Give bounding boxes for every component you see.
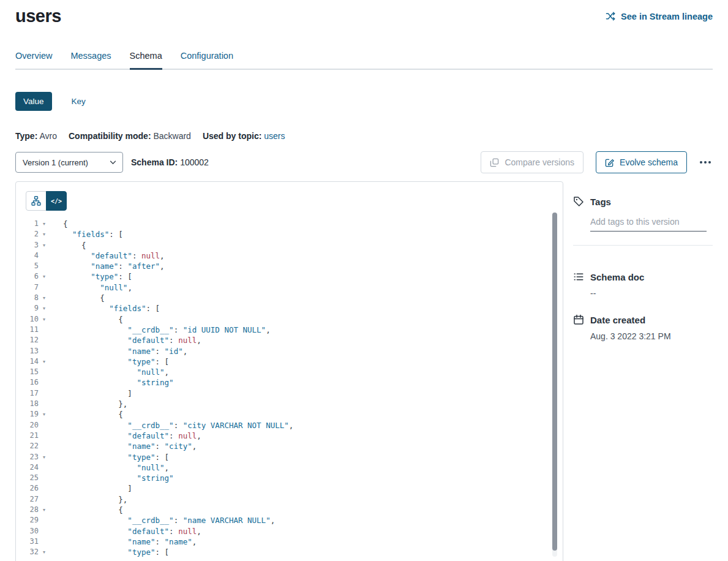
fold-toggle-icon[interactable]: ▾ — [39, 219, 50, 229]
fold-toggle-icon[interactable]: ▾ — [39, 547, 50, 557]
dot-icon — [700, 161, 702, 164]
evolve-schema-label: Evolve schema — [620, 157, 678, 167]
page-header: users See in Stream lineage — [15, 0, 713, 26]
line-number: 25 — [16, 473, 39, 483]
fold-toggle-icon[interactable]: ▾ — [39, 303, 50, 314]
fold-toggle-icon[interactable]: ▾ — [39, 271, 50, 282]
schema-doc-header: Schema doc — [573, 271, 713, 282]
code-line: 2▾ "fields": [ — [16, 229, 563, 239]
code-line: 14▾ "type": [ — [16, 356, 563, 367]
stream-lineage-label: See in Stream lineage — [621, 12, 713, 21]
fold-toggle-icon[interactable]: ▾ — [39, 356, 50, 367]
schema-doc-title: Schema doc — [590, 272, 644, 282]
schema-main: </> 1▾{2▾ "fields": [3▾ {4 "default": nu… — [15, 181, 713, 561]
code-line: 7 "null", — [16, 282, 563, 293]
code-text: }, — [50, 494, 127, 505]
line-number: 13 — [16, 346, 39, 356]
code-line: 13 "name": "id", — [16, 346, 563, 356]
line-number: 21 — [16, 431, 39, 441]
code-line: 9▾ "fields": [ — [16, 303, 563, 314]
value-toggle-button[interactable]: Value — [15, 92, 52, 111]
code-line: 23▾ "type": [ — [16, 452, 563, 462]
line-number: 19 — [16, 409, 39, 420]
code-line: 24 "null", — [16, 462, 563, 473]
code-text: "type": [ — [50, 547, 169, 557]
code-text: { — [50, 293, 105, 303]
tags-input[interactable] — [590, 216, 707, 232]
code-line: 11 "__crdb__": "id UUID NOT NULL", — [16, 325, 563, 335]
schema-meta: Type: Avro Compatibility mode: Backward … — [15, 131, 713, 141]
code-text: { — [50, 219, 68, 229]
editor-scrollbar[interactable] — [552, 213, 557, 557]
chevron-down-icon — [110, 160, 116, 165]
code-line: 31 "name": "name", — [16, 537, 563, 547]
compare-versions-label: Compare versions — [505, 157, 574, 167]
type-value: Avro — [39, 131, 57, 141]
code-line: 21 "default": null, — [16, 431, 563, 441]
line-number: 20 — [16, 420, 39, 431]
code-line: 20 "__crdb__": "city VARCHAR NOT NULL", — [16, 420, 563, 431]
version-select[interactable]: Version 1 (current) — [15, 152, 123, 173]
fold-toggle-icon[interactable]: ▾ — [39, 452, 50, 462]
line-number: 5 — [16, 261, 39, 271]
evolve-schema-button[interactable]: Evolve schema — [596, 151, 687, 173]
stream-lineage-link[interactable]: See in Stream lineage — [606, 11, 713, 21]
line-number: 10 — [16, 314, 39, 325]
code-text: "type": [ — [50, 356, 169, 367]
more-options-button[interactable] — [698, 156, 713, 168]
line-number: 9 — [16, 303, 39, 314]
schema-editor-panel: </> 1▾{2▾ "fields": [3▾ {4 "default": nu… — [15, 181, 563, 561]
code-text: "name": "city", — [50, 441, 197, 451]
line-number: 8 — [16, 293, 39, 303]
key-toggle-button[interactable]: Key — [68, 96, 89, 107]
tab-configuration[interactable]: Configuration — [181, 51, 233, 69]
tab-schema[interactable]: Schema — [130, 51, 162, 70]
editor-view-toggle: </> — [16, 182, 563, 211]
code-text: "null", — [50, 462, 169, 473]
tab-overview[interactable]: Overview — [15, 51, 52, 69]
calendar-icon — [573, 314, 584, 325]
code-text: { — [50, 505, 123, 515]
tree-view-button[interactable] — [26, 191, 47, 211]
code-view-button[interactable]: </> — [46, 191, 67, 211]
type-meta: Type: Avro — [15, 131, 57, 141]
code-text: { — [50, 240, 86, 250]
fold-toggle-icon[interactable]: ▾ — [39, 229, 50, 239]
code-text: "string" — [50, 377, 174, 388]
code-text: "name": "name", — [50, 537, 197, 547]
fold-toggle-icon[interactable]: ▾ — [39, 240, 50, 250]
code-text: "null", — [50, 367, 169, 377]
dot-icon — [708, 161, 711, 164]
version-select-value: Version 1 (current) — [23, 158, 88, 167]
line-number: 32 — [16, 547, 39, 557]
code-line: 8▾ { — [16, 293, 563, 303]
fold-toggle-icon[interactable]: ▾ — [39, 409, 50, 420]
code-view-icon: </> — [51, 198, 62, 205]
fold-toggle-icon[interactable]: ▾ — [39, 293, 50, 303]
type-label: Type: — [15, 131, 37, 141]
tag-icon — [573, 196, 584, 207]
scrollbar-thumb[interactable] — [552, 213, 557, 551]
code-text: ] — [50, 388, 132, 399]
fold-toggle-icon[interactable]: ▾ — [39, 314, 50, 325]
schema-id-label: Schema ID: — [131, 157, 178, 167]
topic-link[interactable]: users — [264, 131, 285, 141]
used-by-topic-label: Used by topic: — [203, 131, 261, 141]
code-text: "default": null, — [50, 526, 201, 537]
code-text: "default": null, — [50, 250, 165, 261]
tab-messages[interactable]: Messages — [70, 51, 111, 69]
line-number: 7 — [16, 282, 39, 293]
code-line: 32▾ "type": [ — [16, 547, 563, 557]
used-by-topic-meta: Used by topic: users — [203, 131, 285, 141]
date-created-section: Date created Aug. 3 2022 3:21 PM — [573, 314, 713, 341]
code-line: 30 "default": null, — [16, 526, 563, 537]
code-line: 12 "default": null, — [16, 335, 563, 345]
code-text: { — [50, 314, 123, 325]
code-line: 27 }, — [16, 494, 563, 505]
code-line: 19▾ { — [16, 409, 563, 420]
compare-versions-button[interactable]: Compare versions — [481, 151, 584, 173]
line-number: 6 — [16, 271, 39, 282]
schema-page: users See in Stream lineage Overview Mes… — [0, 0, 728, 561]
fold-toggle-icon[interactable]: ▾ — [39, 505, 50, 515]
doc-list-icon — [573, 271, 584, 282]
